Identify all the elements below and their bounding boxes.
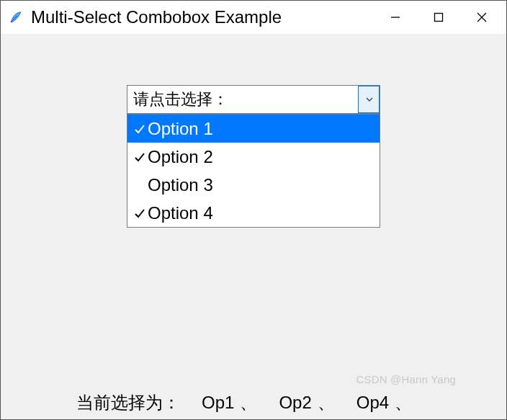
application-window: Multi-Select Combobox Example [0,0,507,420]
combobox-display[interactable]: 请点击选择： [127,86,358,113]
option-3[interactable]: Option 3 [127,171,380,199]
check-icon [132,207,148,219]
status-value: Op2 [279,393,311,412]
app-feather-icon [8,9,24,25]
check-icon [132,123,148,135]
status-values: Op1、Op2、Op4、 [202,391,434,414]
option-label: Option 4 [148,203,213,223]
svg-rect-1 [435,14,443,22]
status-separator: 、 [318,393,335,412]
status-value: Op1 [202,393,234,412]
statusbar: 当前选择为： Op1、Op2、Op4、 [1,386,506,419]
status-value: Op4 [356,393,389,412]
status-separator: 、 [240,393,257,412]
check-icon [132,151,148,163]
combobox-toggle-button[interactable] [358,86,380,113]
close-icon [476,12,488,23]
close-button[interactable] [460,1,503,33]
multiselect-combobox[interactable]: 请点击选择： [127,85,380,114]
maximize-icon [434,12,444,22]
option-2[interactable]: Option 2 [127,143,380,171]
watermark: CSDN @Hann Yang [356,373,456,385]
combobox-dropdown[interactable]: Option 1Option 2Option 3Option 4 [127,114,380,228]
chevron-down-icon [365,95,374,104]
option-4[interactable]: Option 4 [127,199,380,227]
maximize-button[interactable] [417,1,460,33]
window-title: Multi-Select Combobox Example [31,7,282,27]
client-area: 请点击选择： Option 1Option 2Option 3Option 4 … [1,34,506,386]
titlebar[interactable]: Multi-Select Combobox Example [1,1,506,34]
minimize-icon [390,12,400,22]
option-label: Option 1 [148,119,213,139]
status-separator: 、 [395,393,412,412]
status-label: 当前选择为： [76,391,180,414]
option-1[interactable]: Option 1 [127,115,380,143]
option-label: Option 3 [148,175,213,195]
minimize-button[interactable] [374,1,417,33]
option-label: Option 2 [148,147,213,167]
window-controls [374,1,503,33]
